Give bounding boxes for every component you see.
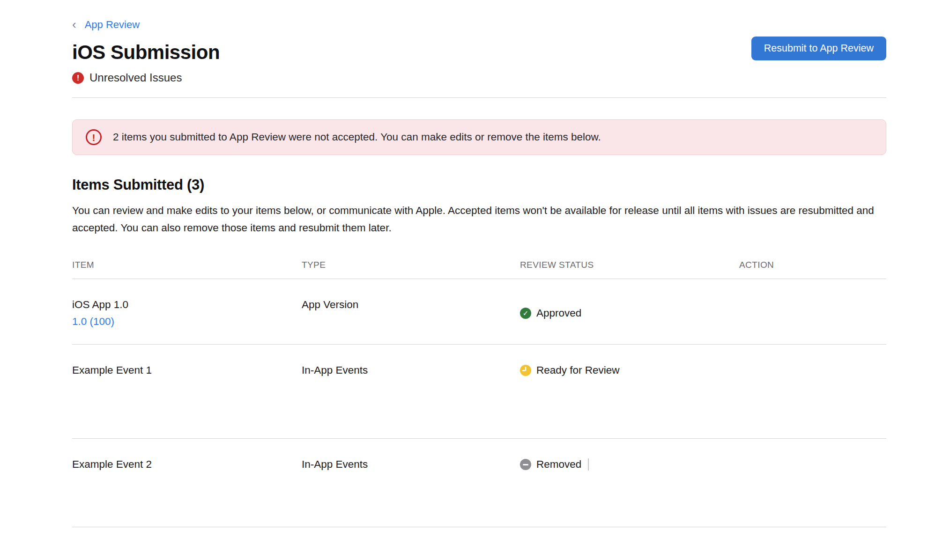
action-cell (739, 458, 886, 471)
removed-minus-icon (520, 459, 531, 470)
minus-glyph (523, 464, 528, 465)
items-table: ITEM TYPE REVIEW STATUS ACTION iOS App 1… (72, 260, 886, 527)
exclamation-glyph: ! (92, 133, 96, 142)
item-cell: Example Event 2 (72, 458, 302, 471)
action-cell (739, 364, 886, 376)
status-label: Ready for Review (536, 364, 620, 376)
unresolved-issues-status: ! Unresolved Issues (72, 71, 886, 84)
chevron-left-icon: ‹ (72, 18, 76, 30)
items-submitted-heading: Items Submitted (3) (72, 177, 886, 193)
clock-glyph (520, 365, 531, 376)
alert-exclamation-icon: ! (86, 129, 102, 145)
column-header-type: TYPE (302, 260, 520, 270)
column-header-review-status: REVIEW STATUS (520, 260, 739, 270)
check-glyph: ✓ (523, 309, 529, 317)
action-cell (739, 299, 886, 328)
table-row: Example Event 1 In-App Events Ready for … (72, 345, 886, 439)
ready-for-review-clock-icon (520, 365, 531, 376)
header-divider (72, 97, 886, 98)
review-status-cell: ✓ Approved (520, 299, 739, 328)
alert-banner: ! 2 items you submitted to App Review we… (72, 119, 886, 155)
type-cell: App Version (302, 299, 520, 328)
review-status-cell: Removed (520, 458, 739, 471)
item-cell: Example Event 1 (72, 364, 302, 376)
approved-check-icon: ✓ (520, 308, 531, 319)
breadcrumb-label: App Review (85, 19, 140, 31)
item-cell: iOS App 1.0 1.0 (100) (72, 299, 302, 328)
alert-message: 2 items you submitted to App Review were… (113, 131, 601, 143)
table-row: iOS App 1.0 1.0 (100) App Version ✓ Appr… (72, 279, 886, 345)
item-name: iOS App 1.0 (72, 299, 302, 311)
resubmit-to-app-review-button[interactable]: Resubmit to App Review (751, 37, 886, 60)
exclamation-glyph: ! (77, 74, 80, 82)
items-submitted-description: You can review and make edits to your it… (72, 202, 883, 236)
type-cell: In-App Events (302, 458, 520, 471)
review-status-cell: Ready for Review (520, 364, 739, 376)
main-content: ‹ App Review iOS Submission Resubmit to … (72, 0, 886, 527)
table-header-row: ITEM TYPE REVIEW STATUS ACTION (72, 260, 886, 279)
status-label: Approved (536, 307, 581, 319)
version-build-link[interactable]: 1.0 (100) (72, 316, 114, 328)
unresolved-issues-icon: ! (72, 72, 84, 84)
table-row: Example Event 2 In-App Events Removed (72, 439, 886, 527)
column-header-action: ACTION (739, 260, 886, 270)
type-cell: In-App Events (302, 364, 520, 376)
breadcrumb-back-link[interactable]: ‹ App Review (72, 19, 140, 31)
status-label: Removed (536, 458, 581, 471)
column-header-item: ITEM (72, 260, 302, 270)
text-cursor (588, 458, 589, 471)
unresolved-issues-label: Unresolved Issues (89, 71, 182, 84)
